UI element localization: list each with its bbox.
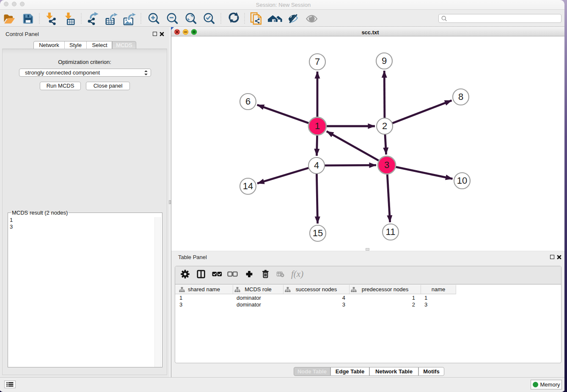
svg-text:3: 3 (384, 160, 389, 170)
svg-text:9: 9 (382, 55, 387, 66)
svg-text:7: 7 (315, 56, 320, 67)
svg-text:f(x): f(x) (291, 269, 303, 279)
svg-text:15: 15 (313, 228, 323, 238)
svg-text:8: 8 (458, 91, 463, 102)
svg-text:10: 10 (457, 175, 467, 186)
svg-text:6: 6 (245, 96, 250, 107)
svg-text:14: 14 (243, 181, 253, 191)
svg-text:2: 2 (382, 121, 387, 131)
svg-text:1: 1 (315, 121, 320, 131)
svg-text:4: 4 (314, 160, 319, 171)
svg-text:11: 11 (386, 226, 396, 237)
